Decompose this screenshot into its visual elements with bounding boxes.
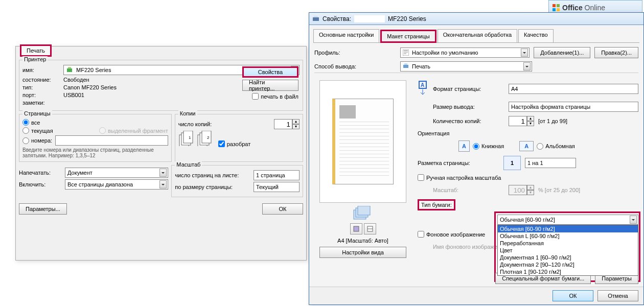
label-printer-name: имя: xyxy=(22,67,63,73)
options-button[interactable]: Параметры... xyxy=(19,203,67,215)
page-size-icon: А xyxy=(418,80,429,98)
paper-type-option[interactable]: Переработанная xyxy=(498,240,638,247)
print-what-select[interactable]: Документ xyxy=(65,168,168,178)
copies-spinner[interactable]: ▲▼ xyxy=(274,119,300,129)
printer-select-value: MF220 Series xyxy=(76,67,111,73)
label-page-layout: Разметка страницы: xyxy=(418,160,499,166)
preview-panel: A4 [Масштаб: Авто] Настройки вида xyxy=(314,80,411,258)
svg-rect-15 xyxy=(314,16,318,17)
svg-rect-0 xyxy=(553,4,556,7)
tab-print[interactable]: Печать xyxy=(20,44,52,57)
paper-type-option[interactable]: Обычная [60-90 г/м2] xyxy=(498,225,638,232)
label-type: тип: xyxy=(22,84,63,90)
legend-printer: Принтер xyxy=(22,56,48,62)
spin-down-icon[interactable]: ▼ xyxy=(292,124,300,129)
svg-rect-18 xyxy=(404,63,407,65)
paper-type-option[interactable]: Документная 1 [60–90 г/м2] xyxy=(498,254,638,261)
printer-icon xyxy=(312,15,319,22)
label-port: порт: xyxy=(22,92,63,98)
legend-copies: Копии xyxy=(178,110,197,116)
svg-rect-1 xyxy=(557,4,560,7)
svg-text:1: 1 xyxy=(189,135,191,140)
radio-portrait[interactable]: Книжная xyxy=(473,143,504,150)
group-printer: Принтер имя: MF220 Series состояние:Своб… xyxy=(19,60,303,111)
copy-count-spinner[interactable]: ▲▼ xyxy=(509,116,534,126)
tab-page-layout[interactable]: Макет страницы xyxy=(380,30,436,43)
fit-to-select[interactable]: Текущий xyxy=(254,182,300,192)
paper-type-option[interactable]: Обычная L [60-90 г/м2] xyxy=(498,232,638,240)
cancel-button[interactable]: Отмена xyxy=(597,290,638,301)
layout-icon: 1 xyxy=(503,156,521,170)
chevron-down-icon[interactable] xyxy=(523,62,531,70)
pages-hint: Введите номера или диапазоны страниц, ра… xyxy=(22,147,168,158)
page-preview xyxy=(319,80,406,203)
value-status: Свободен xyxy=(63,77,89,83)
radio-numbers[interactable]: номера: xyxy=(22,137,52,144)
spin-up-icon[interactable]: ▲ xyxy=(292,119,300,124)
radio-all[interactable]: все xyxy=(22,119,40,126)
view-settings-button[interactable]: Настройки вида xyxy=(319,247,406,258)
value-port: USB001 xyxy=(63,92,84,98)
tab-main-settings[interactable]: Основные настройки xyxy=(313,29,379,42)
print-to-file-checkbox[interactable]: печать в файл xyxy=(252,93,298,100)
label-print-what: Напечатать: xyxy=(19,170,65,176)
scale-range: % [от 25 до 200] xyxy=(538,187,580,193)
label-notes: заметки: xyxy=(22,100,63,106)
tab-quality[interactable]: Качество xyxy=(518,29,554,42)
svg-rect-4 xyxy=(67,68,72,72)
legend-scale: Масштаб xyxy=(175,161,202,168)
radio-landscape[interactable]: Альбомная xyxy=(537,143,575,150)
label-status: состояние: xyxy=(22,77,63,83)
properties-title-bar: Свойства: MF220 Series xyxy=(309,13,643,25)
ok-button[interactable]: ОК xyxy=(553,290,593,301)
properties-button[interactable]: Свойства xyxy=(242,66,298,78)
label-orientation: Ориентация xyxy=(418,130,638,136)
edit-profile-button[interactable]: Правка(2)... xyxy=(594,47,638,58)
paper-type-option[interactable]: Документная 2 [90–120 г/м2] xyxy=(498,261,638,268)
label-profile: Профиль: xyxy=(314,50,396,56)
radio-current[interactable]: текущая xyxy=(22,127,53,134)
paper-type-open-list[interactable]: Обычная [60-90 г/м2] Обычная L [60-90 г/… xyxy=(497,225,638,276)
label-copy-count: Количество копий: xyxy=(433,118,504,124)
paper-type-option[interactable]: Цвет xyxy=(498,247,638,254)
output-method-select[interactable]: Печать xyxy=(400,61,532,72)
pages-stack-icon xyxy=(353,206,373,220)
view-mode-2-button[interactable] xyxy=(364,223,376,234)
label-pages-per-sheet: число страниц на листе: xyxy=(175,172,254,178)
view-mode-1-button[interactable] xyxy=(350,223,362,234)
spin-down-icon[interactable]: ▼ xyxy=(527,121,534,126)
label-include: Включить: xyxy=(19,181,65,187)
chevron-down-icon[interactable] xyxy=(521,49,528,57)
manual-scale-checkbox[interactable]: Ручная настройка масштаба xyxy=(418,174,638,181)
profile-icon xyxy=(403,50,409,56)
spin-up-icon[interactable]: ▲ xyxy=(527,116,534,121)
include-select[interactable]: Все страницы диапазона xyxy=(65,179,168,190)
output-size-select[interactable]: Настройка формата страницы xyxy=(509,102,638,112)
svg-rect-5 xyxy=(68,67,71,68)
group-copies: Копии число копий: ▲▼ 12 разобрат xyxy=(175,114,303,162)
page-size-select[interactable]: A4 xyxy=(509,84,638,94)
collate-checkbox[interactable]: разобрат xyxy=(218,140,250,147)
chevron-down-icon[interactable] xyxy=(159,180,167,189)
print-ok-button[interactable]: ОК xyxy=(262,203,303,215)
page-numbers-input[interactable] xyxy=(55,135,168,146)
find-printer-button[interactable]: Найти принтер... xyxy=(242,80,298,91)
label-output-method: Способ вывода: xyxy=(314,63,396,69)
print-icon xyxy=(403,63,409,69)
label-page-size: Формат страницы: xyxy=(433,86,504,92)
svg-rect-3 xyxy=(557,8,560,11)
copies-range: [от 1 до 99] xyxy=(538,118,567,124)
profile-select[interactable]: Настройки по умолчанию xyxy=(400,48,530,58)
title-prefix: Свойства: xyxy=(323,15,351,22)
svg-rect-17 xyxy=(403,65,408,68)
chevron-down-icon[interactable] xyxy=(159,169,167,177)
add-profile-button[interactable]: Добавление(1)... xyxy=(534,47,590,58)
title-device: MF220 Series xyxy=(388,15,426,22)
paper-type-option[interactable]: Плотная 1 [90-120 г/м2] xyxy=(498,268,638,275)
value-type: Canon MF220 Series xyxy=(63,84,117,90)
pages-per-sheet-select[interactable]: 1 страница xyxy=(254,170,300,180)
tab-finishing[interactable]: Окончательная обработка xyxy=(438,29,517,42)
svg-text:А: А xyxy=(421,82,424,88)
page-layout-select[interactable]: 1 на 1 xyxy=(525,158,576,168)
office-logo-icon xyxy=(552,4,560,12)
